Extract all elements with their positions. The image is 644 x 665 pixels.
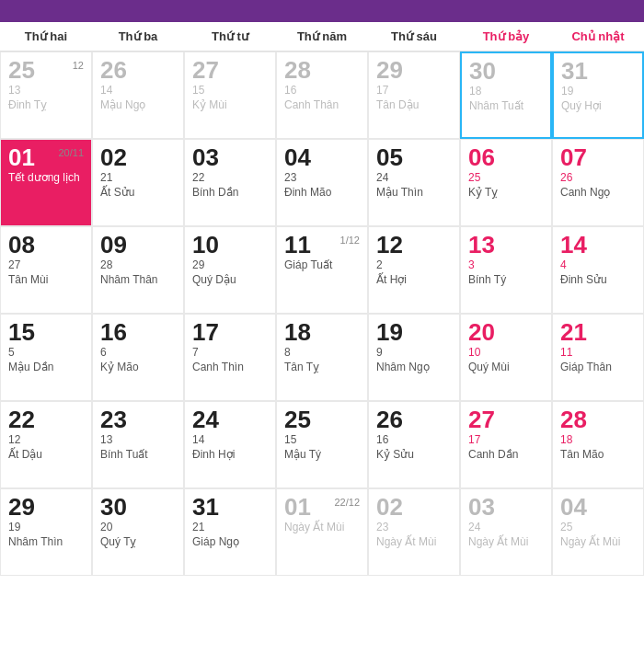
lunar-day: 18 [560,433,636,446]
day-cell[interactable]: 2614Mậu Ngọ [92,52,184,139]
lunar-name: Canh Thìn [192,361,268,373]
day-cell[interactable]: 3020Quý Tỵ [92,488,184,576]
day-cell[interactable]: 2715Kỷ Mùi [184,52,276,139]
day-cell[interactable]: 2818Tân Mão [552,401,644,488]
solar-day: 28 [284,58,360,82]
lunar-day: 15 [192,84,268,97]
day-cell[interactable]: 1029Quý Dậu [184,226,276,314]
lunar-name: Tân Tỵ [284,361,360,373]
day-cell[interactable]: 0423Đinh Mão [276,139,368,226]
day-cell[interactable]: 2717Canh Dần [460,401,552,488]
lunar-day: 25 [468,171,544,184]
day-cell[interactable]: 2816Canh Thân [276,52,368,139]
day-cell[interactable]: 3119Quý Hợi [552,52,644,139]
lunar-name: Ất Hợi [376,273,452,286]
lunar-name: Đinh Hợi [192,448,268,461]
day-cell[interactable]: 111/12Giáp Tuất [276,226,368,314]
lunar-day: 12 [8,433,84,446]
day-cell[interactable]: 166Kỷ Mão [92,314,184,401]
solar-day: 29 [376,58,452,82]
solar-day: 10 [192,233,268,257]
lunar-day: 19 [561,85,635,97]
day-cell[interactable]: 0928Nhâm Thân [92,226,184,314]
lunar-day: 20 [100,521,176,533]
lunar-name: Quý Mùi [468,361,544,373]
day-cell[interactable]: 2313Bính Tuất [92,401,184,488]
lunar-day: 8 [284,346,360,359]
solar-day: 16 [100,320,176,344]
lunar-name: Ngày Ất Mùi [376,535,452,548]
lunar-day: 16 [376,433,452,446]
weekday-label: Thứ ba [92,22,184,51]
weekday-label: Thứ hai [0,22,92,51]
solar-day: 22 [8,407,84,431]
solar-day: 18 [284,320,360,344]
lunar-name: Quý Tỵ [100,535,176,548]
lunar-day: 21 [192,521,268,533]
day-cell[interactable]: 0223Ngày Ất Mùi [368,488,460,576]
lunar-name: Quý Hợi [561,99,635,112]
solar-day: 14 [560,233,636,257]
solar-day: 23 [100,407,176,431]
lunar-day: 14 [192,433,268,446]
day-cell[interactable]: 0827Tân Mùi [0,226,92,314]
day-cell[interactable]: 177Canh Thìn [184,314,276,401]
day-cell[interactable]: 2111Giáp Thân [552,314,644,401]
lunar-name: Tân Mùi [8,273,84,286]
lunar-day: 4 [560,258,636,271]
lunar-name: Ngày Ất Mùi [560,535,636,548]
day-cell[interactable]: 2212Ất Dậu [0,401,92,488]
weekdays-row: Thứ haiThứ baThứ tưThứ nămThứ sáuThứ bảy… [0,22,644,52]
day-cell[interactable]: 133Bính Tý [460,226,552,314]
lunar-day: 19 [8,521,84,533]
day-cell[interactable]: 2010Quý Mùi [460,314,552,401]
day-cell[interactable]: 0120/11Tết dương lịch [0,139,92,226]
lunar-name: Nhâm Thìn [8,535,84,548]
solar-day: 02 [100,145,176,169]
day-cell[interactable]: 0425Ngày Ất Mùi [552,488,644,576]
day-cell[interactable]: 0221Ất Sửu [92,139,184,226]
day-cell[interactable]: 144Đinh Sửu [552,226,644,314]
day-cell[interactable]: 0322Bính Dần [184,139,276,226]
lunar-day: 24 [468,521,544,533]
solar-sub: 12 [73,60,84,71]
lunar-name: Kỷ Sửu [376,448,452,461]
lunar-day: 21 [100,171,176,184]
lunar-name: Đinh Tỵ [8,98,84,111]
weekday-label: Thứ năm [276,22,368,51]
lunar-day: 26 [560,171,636,184]
solar-day: 09 [100,233,176,257]
day-cell[interactable]: 2414Đinh Hợi [184,401,276,488]
solar-day: 08 [8,233,84,257]
day-cell[interactable]: 0524Mậu Thìn [368,139,460,226]
day-cell[interactable]: 0625Kỷ Tỵ [460,139,552,226]
solar-day: 31 [192,495,268,519]
day-cell[interactable]: 3018Nhâm Tuất [460,52,552,139]
day-cell[interactable]: 2919Nhâm Thìn [0,488,92,576]
day-cell[interactable]: 188Tân Tỵ [276,314,368,401]
solar-day: 31 [561,59,635,83]
solar-day: 07 [560,145,636,169]
day-cell[interactable]: 3121Giáp Ngọ [184,488,276,576]
solar-day: 30 [100,495,176,519]
day-cell[interactable]: 251213Đinh Tỵ [0,52,92,139]
lunar-name: Giáp Thân [560,361,636,373]
days-grid: 251213Đinh Tỵ2614Mậu Ngọ2715Kỷ Mùi2816Ca… [0,52,644,576]
lunar-name: Nhâm Ngọ [376,361,452,373]
day-cell[interactable]: 2616Kỷ Sửu [368,401,460,488]
lunar-name: Mậu Ngọ [100,98,176,111]
lunar-day: 22 [192,171,268,184]
day-cell[interactable]: 199Nhâm Ngọ [368,314,460,401]
lunar-name: Mậu Dần [8,361,84,373]
day-cell[interactable]: 0324Ngày Ất Mùi [460,488,552,576]
day-cell[interactable]: 122Ất Hợi [368,226,460,314]
solar-day: 30 [469,59,543,83]
day-cell[interactable]: 2917Tân Dậu [368,52,460,139]
solar-day: 28 [560,407,636,431]
solar-day: 02 [376,495,452,519]
day-cell[interactable]: 155Mậu Dần [0,314,92,401]
day-cell[interactable]: 0726Canh Ngọ [552,139,644,226]
day-cell[interactable]: 2515Mậu Tý [276,401,368,488]
solar-day: 26 [376,407,452,431]
day-cell[interactable]: 0122/12Ngày Ất Mùi [276,488,368,576]
